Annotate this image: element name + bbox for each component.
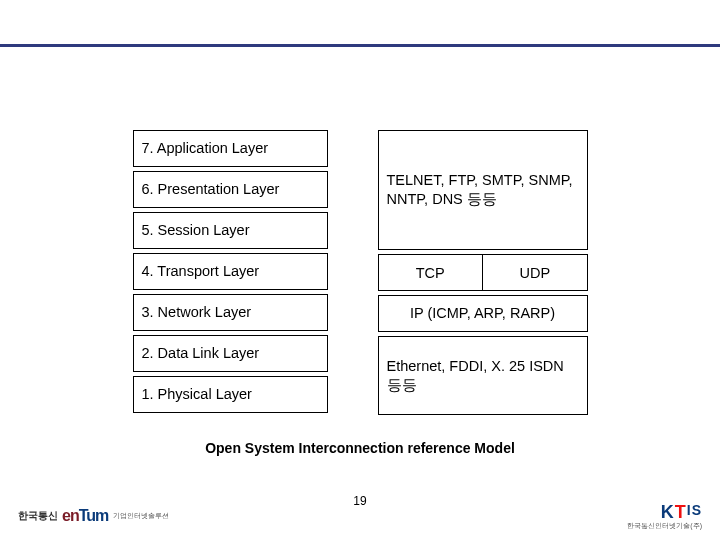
logo-left-kor: 한국통신 <box>18 509 58 523</box>
diagram-caption: Open System Interconnection reference Mo… <box>0 440 720 456</box>
footer-bar: 한국통신 enTum 기업인터넷솔루션 KTIS 한국통신인터넷기술(주) <box>0 502 720 530</box>
layer-4-transport: 4. Transport Layer <box>133 253 328 290</box>
layer-6-presentation: 6. Presentation Layer <box>133 171 328 208</box>
diagram-area: 7. Application Layer 6. Presentation Lay… <box>0 130 720 415</box>
layer-7-application: 7. Application Layer <box>133 130 328 167</box>
network-protocols: IP (ICMP, ARP, RARP) <box>378 295 588 332</box>
layer-2-datalink: 2. Data Link Layer <box>133 335 328 372</box>
protocols-column: TELNET, FTP, SMTP, SNMP, NNTP, DNS 등등 TC… <box>378 130 588 415</box>
tcp-cell: TCP <box>378 254 484 291</box>
logo-right: KTIS 한국통신인터넷기술(주) <box>627 503 702 529</box>
logo-right-sub: 한국통신인터넷기술(주) <box>627 522 702 529</box>
logo-ktis: KTIS <box>661 503 702 521</box>
header-rule <box>0 44 720 47</box>
logo-left: 한국통신 enTum 기업인터넷솔루션 <box>18 507 169 525</box>
link-protocols: Ethernet, FDDI, X. 25 ISDN 등등 <box>378 336 588 415</box>
transport-protocols: TCP UDP <box>378 254 588 291</box>
layer-3-network: 3. Network Layer <box>133 294 328 331</box>
layer-1-physical: 1. Physical Layer <box>133 376 328 413</box>
layer-5-session: 5. Session Layer <box>133 212 328 249</box>
osi-layers-column: 7. Application Layer 6. Presentation Lay… <box>133 130 328 415</box>
application-protocols: TELNET, FTP, SMTP, SNMP, NNTP, DNS 등등 <box>378 130 588 250</box>
logo-left-sub: 기업인터넷솔루션 <box>113 511 169 521</box>
logo-left-entum: enTum <box>62 507 108 525</box>
udp-cell: UDP <box>483 254 588 291</box>
